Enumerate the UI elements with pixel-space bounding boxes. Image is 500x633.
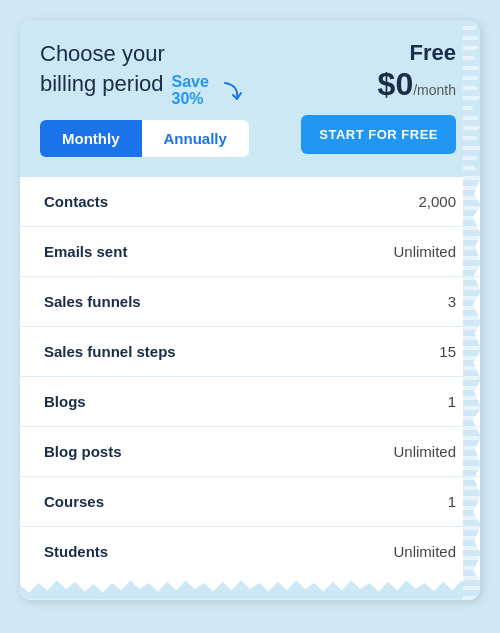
billing-row: billing period Save30% — [40, 71, 281, 106]
price-period: /month — [413, 82, 456, 98]
plan-section: Free $0/month START FOR FREE — [281, 40, 456, 154]
feature-label: Students — [44, 543, 108, 560]
monthly-button[interactable]: Monthly — [40, 120, 142, 157]
plan-name: Free — [301, 40, 456, 66]
feature-label: Emails sent — [44, 243, 127, 260]
billing-period-section: Choose your billing period Save30% Month… — [40, 40, 281, 157]
feature-value: Unlimited — [393, 543, 456, 560]
feature-label: Blog posts — [44, 443, 122, 460]
feature-label: Sales funnel steps — [44, 343, 176, 360]
save-badge: Save30% — [172, 73, 209, 108]
feature-value: 2,000 — [418, 193, 456, 210]
table-row: Emails sentUnlimited — [20, 227, 480, 277]
table-row: Blog postsUnlimited — [20, 427, 480, 477]
table-row: Blogs1 — [20, 377, 480, 427]
feature-label: Blogs — [44, 393, 86, 410]
price-value: $0 — [378, 66, 414, 102]
feature-value: 15 — [439, 343, 456, 360]
table-row: Courses1 — [20, 477, 480, 527]
feature-label: Courses — [44, 493, 104, 510]
feature-label: Contacts — [44, 193, 108, 210]
feature-value: 1 — [448, 393, 456, 410]
feature-value: Unlimited — [393, 443, 456, 460]
annually-button[interactable]: Annually — [142, 120, 249, 157]
table-row: Contacts2,000 — [20, 177, 480, 227]
feature-label: Sales funnels — [44, 293, 141, 310]
plan-price: $0/month — [301, 66, 456, 103]
table-row: Sales funnel steps15 — [20, 327, 480, 377]
pricing-card: Choose your billing period Save30% Month… — [20, 20, 480, 600]
choose-title: Choose your — [40, 40, 281, 69]
billing-label: billing period — [40, 71, 164, 97]
arrow-icon — [217, 79, 245, 107]
billing-toggle: Monthly Annually — [40, 120, 281, 157]
torn-bottom-edge — [20, 576, 480, 600]
features-table: Contacts2,000Emails sentUnlimitedSales f… — [20, 177, 480, 576]
feature-value: 3 — [448, 293, 456, 310]
feature-value: 1 — [448, 493, 456, 510]
header-section: Choose your billing period Save30% Month… — [20, 20, 480, 177]
feature-value: Unlimited — [393, 243, 456, 260]
start-free-button[interactable]: START FOR FREE — [301, 115, 456, 154]
table-row: StudentsUnlimited — [20, 527, 480, 576]
table-row: Sales funnels3 — [20, 277, 480, 327]
